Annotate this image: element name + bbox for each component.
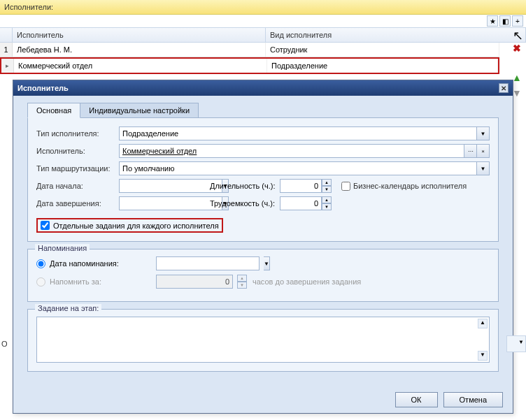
duration-spinner[interactable]: ▲▼ xyxy=(322,179,332,193)
remind-before-label: Напомнить за: xyxy=(50,277,128,286)
spin-down-icon[interactable]: ▼ xyxy=(322,186,332,193)
grid-header-type[interactable]: Вид исполнителя xyxy=(266,28,526,42)
scroll-up-icon[interactable]: ▲ xyxy=(478,319,488,328)
chevron-down-icon[interactable]: ▼ xyxy=(264,256,270,270)
grid-header-performer[interactable]: Исполнитель xyxy=(13,28,266,42)
end-date-field[interactable] xyxy=(119,196,222,210)
spin-down-icon: ▼ xyxy=(237,282,247,289)
panel-header: Исполнители: xyxy=(0,0,526,15)
dialog-titlebar[interactable]: Исполнитель ✕ xyxy=(13,80,513,96)
textarea-scrollbar[interactable]: ▲ ▼ xyxy=(478,319,488,361)
row-number: 1 xyxy=(0,43,13,57)
route-type-combo[interactable] xyxy=(119,161,477,175)
start-date-field[interactable] xyxy=(119,179,222,193)
route-type-label: Тип маршрутизации: xyxy=(36,164,119,173)
row-performer: Лебедева Н. М. xyxy=(13,43,266,57)
remind-spinner: ▲▼ xyxy=(237,275,247,289)
performer-label: Исполнитель: xyxy=(36,147,119,155)
stage-legend: Задание на этап: xyxy=(35,304,101,312)
outside-letter: О xyxy=(1,340,8,348)
add-icon[interactable]: + xyxy=(512,15,523,27)
refresh-icon[interactable]: ◧ xyxy=(499,15,511,27)
duration-label: Длительность (ч.): xyxy=(210,182,280,190)
reminders-legend: Напоминания xyxy=(35,244,90,252)
duration-field[interactable] xyxy=(280,179,322,193)
separate-tasks-label: Отдельные задания для каждого исполнител… xyxy=(53,222,219,230)
perf-type-label: Тип исполнителя: xyxy=(36,129,119,138)
row-type: Подразделение xyxy=(267,59,498,73)
toolbar-right: ★ ◧ + xyxy=(487,15,523,27)
performer-field[interactable] xyxy=(119,144,464,158)
performers-grid: Исполнитель Вид исполнителя 1 Лебедева Н… xyxy=(0,27,526,74)
stage-textarea[interactable]: ▲ ▼ xyxy=(36,317,490,363)
delete-icon[interactable]: ✖ xyxy=(511,42,523,55)
tab-custom[interactable]: Индивидуальные настройки xyxy=(80,103,199,118)
reminders-fieldset: Напоминания Дата напоминания: ▼ Напомнит… xyxy=(27,249,499,302)
close-icon[interactable]: ✕ xyxy=(499,83,509,93)
tab-main-content: Тип исполнителя: ▼ Исполнитель: ⋯ × Тип … xyxy=(27,117,499,242)
remind-suffix-label: часов до завершения задания xyxy=(253,277,361,286)
labor-label: Трудоемкость (ч.): xyxy=(210,199,280,208)
row-type: Сотрудник xyxy=(266,43,499,57)
end-date-label: Дата завершения: xyxy=(36,199,119,208)
cancel-button[interactable]: Отмена xyxy=(443,392,503,407)
labor-field[interactable] xyxy=(280,196,322,210)
star-icon[interactable]: ★ xyxy=(487,15,498,27)
clear-icon[interactable]: × xyxy=(477,144,490,158)
row-performer: Коммерческий отдел xyxy=(14,59,267,73)
reminder-date-radio[interactable] xyxy=(36,259,45,268)
ellipsis-icon[interactable]: ⋯ xyxy=(464,144,477,158)
reminder-date-label: Дата напоминания: xyxy=(50,259,128,268)
dialog-button-bar: ОК Отмена xyxy=(395,392,503,407)
grid-row[interactable]: ▸ Коммерческий отдел Подразделение xyxy=(0,57,499,74)
scroll-down-icon[interactable]: ▼ xyxy=(478,351,488,361)
tab-main[interactable]: Основная xyxy=(27,103,80,118)
stage-fieldset: Задание на этап: ▲ ▼ xyxy=(27,309,499,372)
remind-before-field xyxy=(156,275,233,289)
partial-combo-icon[interactable]: ▼ xyxy=(506,335,526,352)
grid-row[interactable]: 1 Лебедева Н. М. Сотрудник xyxy=(0,43,499,57)
chevron-down-icon[interactable]: ▼ xyxy=(477,161,490,175)
separate-tasks-checkbox[interactable] xyxy=(41,221,50,230)
remind-before-radio xyxy=(36,277,45,287)
chevron-down-icon[interactable]: ▼ xyxy=(477,126,490,140)
grid-header-row: Исполнитель Вид исполнителя xyxy=(0,28,526,43)
labor-spinner[interactable]: ▲▼ xyxy=(322,196,332,210)
biz-calendar-label: Бизнес-календарь исполнителя xyxy=(353,182,467,190)
panel-title: Исполнители: xyxy=(4,3,53,11)
separate-tasks-row: Отдельные задания для каждого исполнител… xyxy=(36,218,223,233)
dialog-tabs: Основная Индивидуальные настройки xyxy=(27,103,499,118)
spin-down-icon[interactable]: ▼ xyxy=(322,203,332,210)
biz-calendar-checkbox[interactable] xyxy=(341,182,350,191)
reminder-date-field[interactable] xyxy=(156,256,260,270)
grid-header-num[interactable] xyxy=(0,28,13,42)
dialog-title-text: Исполнитель xyxy=(17,84,69,92)
ok-button[interactable]: ОК xyxy=(395,392,438,407)
spin-up-icon[interactable]: ▲ xyxy=(322,196,332,203)
performer-dialog: Исполнитель ✕ Основная Индивидуальные на… xyxy=(13,80,513,414)
start-date-label: Дата начала: xyxy=(36,182,119,190)
spin-up-icon: ▲ xyxy=(237,275,247,282)
perf-type-combo[interactable] xyxy=(119,126,477,140)
row-marker-icon: ▸ xyxy=(1,59,14,73)
spin-up-icon[interactable]: ▲ xyxy=(322,179,332,186)
